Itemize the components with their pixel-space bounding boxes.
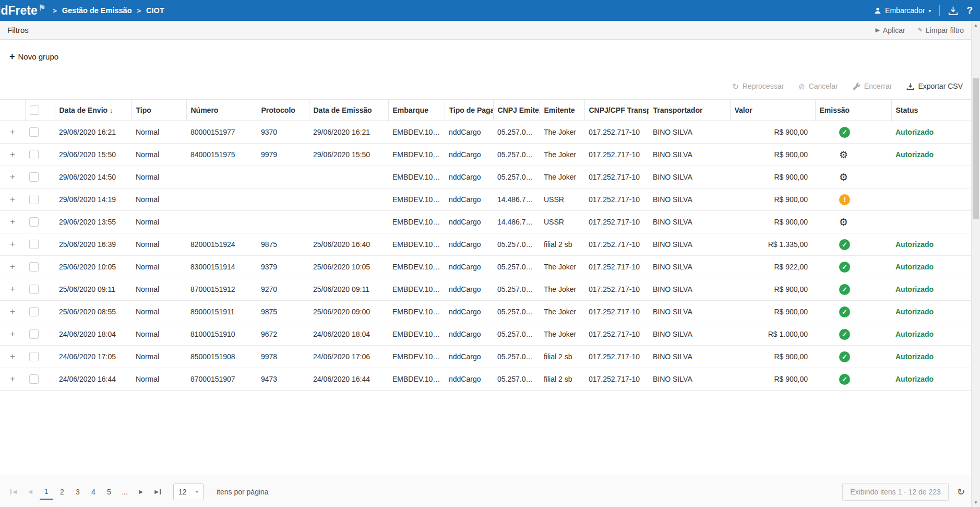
gear-icon[interactable]: ⚙ [839, 172, 848, 183]
row-checkbox[interactable] [29, 374, 39, 384]
column-header-emitente[interactable]: Emitente [540, 100, 584, 121]
new-group-button[interactable]: + Novo grupo [9, 52, 58, 61]
expand-row-button[interactable]: + [10, 194, 15, 204]
cell-protocolo [257, 211, 309, 233]
row-checkbox[interactable] [29, 285, 39, 294]
cell-tipo_pagamento: nddCargo [445, 368, 493, 391]
breadcrumb-gestao-de-emissao[interactable]: Gestão de Emissão [62, 6, 132, 15]
apply-filter-button[interactable]: ▶ Aplicar [875, 26, 905, 34]
reprocessar-button[interactable]: ↻Reprocessar [732, 82, 784, 90]
pager-last-button[interactable]: ▶ [150, 485, 165, 499]
row-checkbox[interactable] [29, 150, 39, 159]
column-header-cnpj_emitente[interactable]: CNPJ Emite... [493, 100, 540, 121]
cell-tipo_pagamento: nddCargo [445, 278, 493, 301]
cell-data_emissao: 24/06/2020 16:44 [309, 368, 388, 391]
expand-row-button[interactable]: + [10, 329, 15, 339]
cell-protocolo: 9379 [257, 256, 309, 278]
column-header-embarque[interactable]: Embarque [388, 100, 445, 121]
column-header-cnpj_transportador[interactable]: CNPJ/CPF Transp... [584, 100, 649, 121]
expand-row-button[interactable]: + [10, 172, 15, 182]
pager-page-3[interactable]: 3 [71, 484, 85, 500]
row-checkbox[interactable] [29, 352, 39, 361]
cell-emissao: ✓ [815, 368, 891, 391]
download-icon[interactable] [948, 6, 958, 16]
table-row: +29/06/2020 14:19NormalEMBDEV.104855nddC… [0, 188, 971, 211]
row-checkbox[interactable] [29, 195, 39, 204]
cell-data_envio: 29/06/2020 16:21 [55, 121, 132, 144]
cell-tipo: Normal [132, 346, 186, 368]
expand-row-button[interactable]: + [10, 217, 15, 227]
row-checkbox[interactable] [29, 329, 39, 339]
cell-emissao: ✓ [815, 233, 891, 256]
cancelar-button[interactable]: ⊘Cancelar [798, 82, 838, 90]
scroll-down-icon[interactable]: ▼ [972, 498, 980, 507]
refresh-icon[interactable]: ↻ [957, 487, 965, 497]
column-header-protocolo[interactable]: Protocolo [257, 100, 309, 121]
expand-row-button[interactable]: + [10, 262, 15, 272]
expand-row-button[interactable]: + [10, 239, 15, 249]
column-header-tipo_pagamento[interactable]: Tipo de Paga... [445, 100, 493, 121]
select-all-checkbox[interactable] [30, 105, 39, 115]
pager-more-button[interactable]: ... [118, 484, 132, 500]
chevron-down-icon: ▾ [196, 489, 198, 494]
row-checkbox[interactable] [29, 217, 39, 227]
vertical-scrollbar[interactable]: ▲ ▼ [971, 21, 980, 507]
row-checkbox[interactable] [29, 172, 39, 182]
app-logo[interactable]: ldFrete ⚑ [0, 4, 45, 18]
success-icon: ✓ [839, 351, 850, 362]
breadcrumb-ciot[interactable]: CIOT [146, 6, 164, 15]
cancel-icon: ⊘ [798, 82, 805, 90]
scroll-up-icon[interactable]: ▲ [972, 21, 980, 30]
cell-emissao: ✓ [815, 256, 891, 278]
warning-icon[interactable]: ! [839, 194, 850, 205]
expand-row-button[interactable]: + [10, 149, 15, 159]
row-checkbox[interactable] [29, 307, 39, 316]
scrollbar-thumb[interactable] [973, 78, 979, 219]
expand-row-button[interactable]: + [10, 127, 15, 137]
clear-filter-button[interactable]: ✎ Limpar filtro [918, 26, 964, 34]
exportar-csv-button[interactable]: Exportar CSV [906, 82, 963, 90]
cell-emissao: ✓ [815, 301, 891, 323]
pager-next-button[interactable]: ▶ [134, 485, 148, 499]
expand-row-button[interactable]: + [10, 351, 15, 361]
success-icon: ✓ [839, 374, 850, 385]
column-header-emissao[interactable]: Emissão [815, 100, 891, 121]
pager-page-5[interactable]: 5 [102, 484, 116, 500]
pager-page-2[interactable]: 2 [55, 484, 69, 500]
column-header-transportador[interactable]: Transportador [649, 100, 730, 121]
pager-first-button[interactable]: ◀ [6, 485, 21, 499]
expand-row-button[interactable]: + [10, 374, 15, 384]
user-menu[interactable]: Embarcador ▾ [874, 6, 931, 15]
page-size-select[interactable]: 12 ▾ [173, 484, 204, 500]
column-header-data_emissao[interactable]: Data de Emissão [309, 100, 388, 121]
row-checkbox[interactable] [29, 262, 39, 272]
encerrar-button[interactable]: Encerrar [853, 82, 892, 90]
toolbar-button-label: Cancelar [809, 82, 838, 90]
refresh-icon: ↻ [732, 82, 739, 90]
row-checkbox[interactable] [29, 240, 39, 249]
cell-valor: R$ 900,00 [730, 166, 815, 188]
help-icon[interactable]: ? [966, 5, 974, 16]
pager-prev-button[interactable]: ◀ [23, 485, 38, 499]
cell-select [25, 368, 55, 391]
row-checkbox[interactable] [29, 127, 39, 137]
table-row: +29/06/2020 15:50Normal84000151975997929… [0, 144, 971, 166]
pager-page-1[interactable]: 1 [40, 484, 53, 500]
column-header-numero[interactable]: Número [186, 100, 257, 121]
cell-select [25, 301, 55, 323]
cell-valor: R$ 922,00 [730, 256, 815, 278]
chevron-right-icon: > [53, 7, 57, 15]
cell-embarque: EMBDEV.104857 [388, 166, 445, 188]
gear-icon[interactable]: ⚙ [839, 149, 848, 160]
column-header-data_envio[interactable]: Data de Envio ↓ [55, 100, 132, 121]
gear-icon[interactable]: ⚙ [839, 217, 848, 228]
pager-page-4[interactable]: 4 [87, 484, 100, 500]
column-header-tipo[interactable]: Tipo [132, 100, 186, 121]
column-header-status[interactable]: Status [891, 100, 971, 121]
table-row: +29/06/2020 14:50NormalEMBDEV.104857nddC… [0, 166, 971, 188]
expand-row-button[interactable]: + [10, 306, 15, 316]
filters-title[interactable]: Filtros [7, 26, 29, 34]
column-header-valor[interactable]: Valor [730, 100, 815, 121]
expand-row-button[interactable]: + [10, 284, 15, 294]
toolbar-button-label: Exportar CSV [918, 82, 963, 90]
